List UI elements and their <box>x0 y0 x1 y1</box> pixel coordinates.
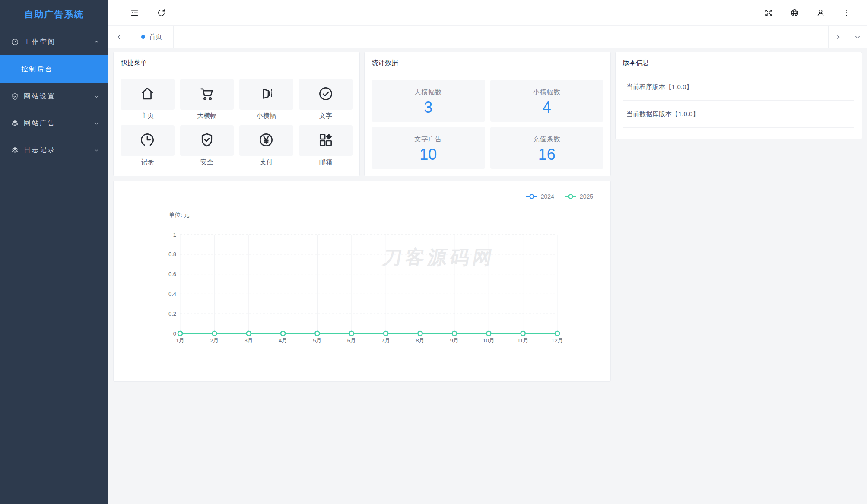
sidebar-item-网站设置[interactable]: 网站设置 <box>0 83 108 110</box>
quick-menu-tile[interactable] <box>180 79 234 110</box>
svg-text:7月: 7月 <box>381 337 390 344</box>
shield-check-icon <box>11 92 19 101</box>
top-header <box>108 0 867 25</box>
revenue-chart-card: 2024 2025 单位: 元 00.20.40.60.81刀客源码网1月2月3… <box>113 181 611 382</box>
quick-menu-tile[interactable] <box>121 79 175 110</box>
grid-icon <box>318 132 334 150</box>
tabs-scroll-right-button[interactable] <box>828 26 848 48</box>
stat-value: 3 <box>372 98 485 117</box>
quick-menu-tile[interactable] <box>239 125 293 156</box>
top-cards-row: 快捷菜单 主页 大横幅 小横幅 文字 记录 <box>113 52 862 176</box>
main-area: 首页 快捷菜单 主页 大横幅 小横幅 <box>108 0 867 504</box>
version-list-item: 当前数据库版本【1.0.0】 <box>623 101 854 128</box>
quick-menu-tile[interactable] <box>299 125 353 156</box>
active-tab-dot <box>141 35 145 39</box>
stat-tile-充值条数: 充值条数 16 <box>490 127 604 169</box>
stat-tile-大横幅数: 大横幅数 3 <box>372 80 485 122</box>
refresh-icon[interactable] <box>152 4 170 22</box>
svg-text:0.2: 0.2 <box>168 311 176 317</box>
check-circle-icon <box>318 86 334 104</box>
fullscreen-icon[interactable] <box>760 4 777 22</box>
header-right-actions <box>751 4 855 22</box>
tabs-container: 首页 <box>130 26 174 48</box>
stat-value: 10 <box>372 146 485 164</box>
svg-text:8月: 8月 <box>416 337 424 344</box>
dashboard-icon <box>11 38 19 46</box>
quick-menu-item-小横幅[interactable]: 小横幅 <box>239 79 293 123</box>
quick-menu-grid: 主页 大横幅 小横幅 文字 记录 安全 支付 <box>121 79 353 169</box>
svg-text:刀客源码网: 刀客源码网 <box>380 247 497 268</box>
sidebar-item-label: 日志记录 <box>24 146 93 155</box>
user-icon[interactable] <box>812 4 829 22</box>
quick-menu-tile[interactable] <box>121 125 175 156</box>
chevron-up-icon <box>93 39 100 45</box>
app-window: 自助广告系统 工作空间 控制后台 网站设置 网站广告 日志记录 <box>0 0 867 504</box>
svg-text:0.8: 0.8 <box>168 251 176 257</box>
stat-label: 大横幅数 <box>372 88 485 96</box>
language-globe-icon[interactable] <box>786 4 803 22</box>
stat-value: 16 <box>490 146 604 164</box>
svg-text:10月: 10月 <box>483 337 495 344</box>
tabs-menu-button[interactable] <box>848 26 867 48</box>
sidebar-item-label: 网站广告 <box>24 119 93 128</box>
stat-label: 充值条数 <box>490 135 604 143</box>
quick-menu-item-主页[interactable]: 主页 <box>121 79 175 123</box>
tabs-scroll-left-button[interactable] <box>108 26 130 48</box>
sidebar-subitem-控制后台[interactable]: 控制后台 <box>0 55 108 83</box>
svg-text:1: 1 <box>173 231 176 238</box>
version-info-title: 版本信息 <box>616 52 862 73</box>
svg-text:3月: 3月 <box>245 337 253 344</box>
quick-menu-item-label: 大横幅 <box>180 110 234 123</box>
svg-text:5月: 5月 <box>313 337 321 344</box>
quick-menu-item-邮箱[interactable]: 邮箱 <box>299 125 353 169</box>
svg-text:1月: 1月 <box>176 337 184 344</box>
svg-text:6月: 6月 <box>347 337 356 344</box>
statistics-title: 统计数据 <box>365 52 610 73</box>
sidebar-item-网站广告[interactable]: 网站广告 <box>0 110 108 136</box>
svg-text:2月: 2月 <box>210 337 219 344</box>
tab-label: 首页 <box>149 33 162 41</box>
more-options-icon[interactable] <box>838 4 855 22</box>
tab-首页[interactable]: 首页 <box>130 26 174 48</box>
quick-menu-tile[interactable] <box>299 79 353 110</box>
svg-text:9月: 9月 <box>450 337 459 344</box>
stat-tile-小横幅数: 小横幅数 4 <box>490 80 604 122</box>
sidebar-item-日志记录[interactable]: 日志记录 <box>0 136 108 163</box>
collapse-sidebar-icon[interactable] <box>126 4 143 22</box>
svg-text:4月: 4月 <box>279 337 287 344</box>
tabbar-spacer <box>174 26 828 48</box>
sidebar-item-label: 工作空间 <box>24 38 93 47</box>
quick-menu-item-文字[interactable]: 文字 <box>299 79 353 123</box>
sidebar-item-工作空间[interactable]: 工作空间 <box>0 29 108 55</box>
yen-circle-icon <box>258 132 274 150</box>
version-list-item: 当前程序版本【1.0.0】 <box>623 73 854 101</box>
quick-menu-card: 快捷菜单 主页 大横幅 小横幅 文字 记录 <box>113 52 360 176</box>
quick-menu-item-支付[interactable]: 支付 <box>239 125 293 169</box>
svg-text:11月: 11月 <box>517 337 529 344</box>
quick-menu-item-label: 支付 <box>239 156 293 169</box>
quick-menu-item-安全[interactable]: 安全 <box>180 125 234 169</box>
shield-check-icon <box>199 132 215 150</box>
stat-value: 4 <box>490 98 604 117</box>
clock-icon <box>139 132 156 150</box>
sidebar: 自助广告系统 工作空间 控制后台 网站设置 网站广告 日志记录 <box>0 0 108 504</box>
quick-menu-item-记录[interactable]: 记录 <box>121 125 175 169</box>
quick-menu-tile[interactable] <box>239 79 293 110</box>
version-list: 当前程序版本【1.0.0】当前数据库版本【1.0.0】 <box>616 73 862 128</box>
statistics-grid: 大横幅数 3 小横幅数 4 文字广告 10 充值条数 16 <box>372 80 603 169</box>
page-content: 快捷菜单 主页 大横幅 小横幅 文字 记录 <box>108 48 867 504</box>
version-info-card: 版本信息 当前程序版本【1.0.0】当前数据库版本【1.0.0】 <box>615 52 862 139</box>
statistics-card: 统计数据 大横幅数 3 小横幅数 4 文字广告 10 充值条数 16 <box>364 52 611 176</box>
home-icon <box>139 86 156 104</box>
quick-menu-item-label: 安全 <box>180 156 234 169</box>
sidebar-submenu: 控制后台 <box>0 55 108 83</box>
header-left-actions <box>126 4 179 22</box>
quick-menu-tile[interactable] <box>180 125 234 156</box>
stat-tile-文字广告: 文字广告 10 <box>372 127 485 169</box>
quick-menu-item-大横幅[interactable]: 大横幅 <box>180 79 234 123</box>
tab-bar: 首页 <box>108 25 867 48</box>
quick-menu-item-label: 邮箱 <box>299 156 353 169</box>
banner-icon <box>258 86 274 104</box>
app-title: 自助广告系统 <box>0 0 108 29</box>
stat-label: 小横幅数 <box>490 88 604 96</box>
